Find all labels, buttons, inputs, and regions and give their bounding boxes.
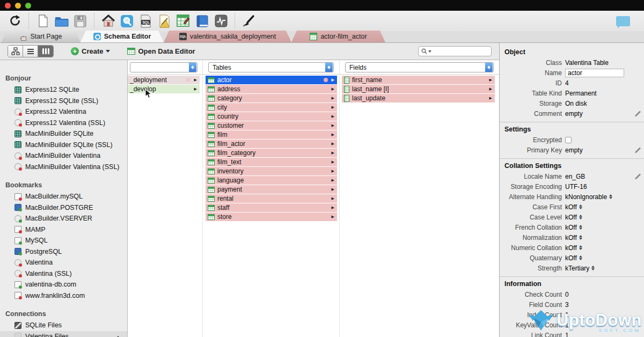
sidebar-item[interactable]: MacMiniBuilder Valentina [0, 150, 127, 162]
sidebar-item[interactable]: www.franklin3d.com [0, 290, 127, 302]
table-row[interactable]: staff ▶ [206, 203, 337, 212]
table-row[interactable]: address ▶ [206, 85, 337, 93]
value-stepper-icon[interactable] [579, 213, 582, 221]
sidebar-item[interactable]: Valentina (SSL) [0, 268, 127, 280]
sidebar-item[interactable]: MacMiniBuilder Valentina (SSL) [0, 162, 127, 173]
search-field[interactable] [418, 46, 492, 56]
value-stepper-icon[interactable] [579, 233, 582, 241]
table-row[interactable]: store ▶ [206, 213, 337, 221]
sidebar-item[interactable]: PostgreSQL [0, 246, 127, 258]
search-input[interactable] [433, 48, 488, 55]
new-document-icon[interactable] [35, 14, 50, 28]
property-value[interactable]: kOff [565, 234, 577, 241]
list-view-button[interactable] [23, 46, 38, 57]
value-stepper-icon[interactable] [579, 244, 582, 252]
field-row[interactable]: last_name [I] ▶ [342, 85, 495, 93]
property-value[interactable]: kOff [565, 203, 577, 211]
value-stepper-icon[interactable] [579, 254, 582, 262]
diagnose-pen-icon[interactable] [241, 14, 256, 28]
property-value[interactable]: kTertiary [565, 265, 589, 272]
sidebar-item[interactable]: Valentina Files [0, 331, 127, 337]
property-value[interactable]: kOff [565, 214, 577, 221]
table-row[interactable]: language ▶ [206, 176, 337, 185]
table-row[interactable]: country ▶ [206, 112, 337, 121]
property-value[interactable]: Valentina Table [565, 59, 609, 67]
value-stepper-icon[interactable] [609, 193, 612, 201]
fields-filter-dropdown[interactable]: Fields [345, 62, 494, 72]
property-value[interactable]: 4 [565, 79, 569, 87]
table-row[interactable]: category ▶ [206, 94, 337, 102]
property-value[interactable]: kNonIgnorable [565, 193, 607, 201]
schema-editor-icon[interactable] [120, 14, 134, 28]
property-value[interactable]: actor [565, 69, 624, 77]
schema-row[interactable]: _develop ▶ [128, 85, 200, 93]
open-data-editor-button[interactable]: Open Data Editor [127, 47, 195, 55]
value-stepper-icon[interactable] [579, 223, 582, 231]
property-value[interactable]: Permanent [565, 90, 597, 97]
edit-pencil-icon[interactable] [634, 146, 641, 155]
tables-filter-dropdown[interactable]: Tables [208, 62, 334, 72]
sidebar-item[interactable]: Express12 SQLite [0, 84, 127, 96]
table-row[interactable]: rental ▶ [206, 194, 337, 203]
sidebar-item[interactable]: MacBuilder.mySQL [0, 191, 127, 202]
sidebar-item[interactable]: Express12 SQLite (SSL) [0, 96, 127, 107]
table-row[interactable]: payment ▶ [206, 185, 337, 194]
field-row[interactable]: last_update ▶ [342, 94, 495, 102]
table-row[interactable]: inventory ▶ [206, 167, 337, 175]
table-row[interactable]: city ▶ [206, 103, 337, 112]
table-row[interactable]: actor ▶ [206, 76, 337, 84]
search-options-caret-icon[interactable] [428, 50, 431, 54]
save-icon[interactable] [73, 14, 87, 28]
table-row[interactable]: film_category ▶ [206, 149, 337, 157]
report-editor-icon[interactable] [157, 14, 172, 28]
sidebar-item[interactable]: Express12 Valentina [0, 106, 127, 118]
column-view-button[interactable] [38, 46, 53, 57]
refresh-icon[interactable] [8, 14, 22, 28]
sidebar-item[interactable]: MacBuilder.POSTGRE [0, 202, 127, 214]
property-value[interactable]: empty [565, 110, 583, 118]
property-value[interactable]: kOff [565, 254, 577, 262]
sidebar-item[interactable]: MacBuilder.VSERVER [0, 213, 127, 224]
sidebar-item[interactable]: Valentina [0, 257, 127, 268]
sql-editor-icon[interactable]: SQL [138, 14, 153, 28]
document-tab[interactable]: actor-film_actor [291, 31, 385, 42]
sidebar-item[interactable]: MAMP [0, 224, 127, 236]
feedback-bubble-icon[interactable] [616, 16, 630, 26]
property-value[interactable]: kOff [565, 244, 577, 252]
zoom-window-button[interactable] [25, 3, 31, 9]
table-row[interactable]: film_text ▶ [206, 158, 337, 166]
sidebar-item[interactable]: MacMiniBuilder SQLite [0, 128, 127, 140]
document-tab[interactable]: Schema Editor [80, 31, 164, 42]
edit-pencil-icon[interactable] [634, 110, 641, 119]
value-stepper-icon[interactable] [591, 264, 595, 272]
tree-view-button[interactable] [8, 46, 23, 57]
book-icon[interactable] [195, 14, 209, 28]
sidebar-item[interactable]: MySQL [0, 235, 127, 246]
sidebar-item[interactable]: Express12 Valentina (SSL) [0, 118, 127, 129]
field-row[interactable]: first_name ▶ [342, 76, 495, 84]
minimize-window-button[interactable] [15, 3, 21, 9]
sidebar-item[interactable]: SQLite Files [0, 320, 127, 331]
property-value[interactable]: empty [565, 146, 583, 154]
table-row[interactable]: customer ▶ [206, 121, 337, 130]
table-row[interactable]: film ▶ [206, 130, 337, 139]
document-tab[interactable]: valentina_sakila_deployment [164, 31, 291, 42]
schema-filter-dropdown[interactable] [130, 62, 197, 72]
open-folder-icon[interactable] [54, 14, 69, 28]
sidebar-item[interactable]: MacMiniBuilder SQLite (SSL) [0, 140, 127, 151]
server-admin-icon[interactable] [214, 14, 228, 28]
eject-icon[interactable] [115, 334, 121, 337]
value-stepper-icon[interactable] [579, 203, 582, 211]
property-value[interactable]: en_GB [565, 173, 585, 180]
home-icon[interactable] [101, 14, 115, 28]
create-button[interactable]: + Create [71, 47, 110, 55]
sidebar-item[interactable]: valentina-db.com [0, 279, 127, 290]
document-tab[interactable]: Start Page [1, 31, 80, 42]
schema-row[interactable]: _deployment ▶ [128, 76, 200, 84]
property-value[interactable]: On disk [565, 100, 587, 107]
property-value[interactable]: 0 [565, 291, 569, 298]
close-window-button[interactable] [5, 3, 11, 9]
edit-pencil-icon[interactable] [634, 173, 641, 181]
property-value[interactable]: kOff [565, 224, 577, 231]
property-value[interactable]: UTF-16 [565, 183, 587, 191]
